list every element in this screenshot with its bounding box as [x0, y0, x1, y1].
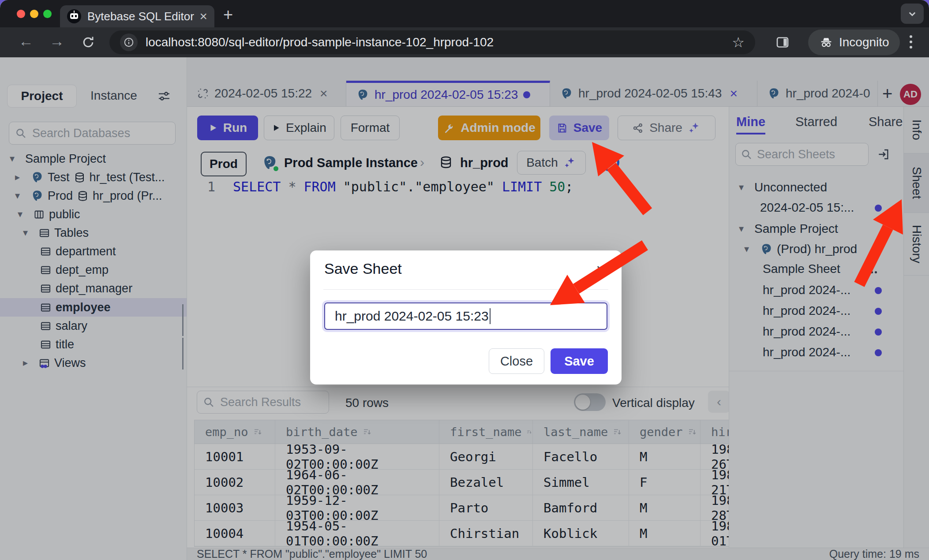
dialog-divider — [323, 289, 608, 290]
incognito-label: Incognito — [839, 35, 889, 49]
text-cursor — [490, 308, 491, 324]
browser-tab-title: Bytebase SQL Editor — [87, 10, 199, 23]
tab-search-chevron-button[interactable] — [901, 4, 924, 24]
sheet-name-input[interactable]: hr_prod 2024-02-05 15:23 — [324, 302, 607, 330]
app-window: Bytebase SQL Editor × + ← → localhost:80… — [0, 0, 929, 560]
window-zoom-button[interactable] — [43, 10, 52, 18]
window-minimize-button[interactable] — [30, 10, 38, 18]
forward-button[interactable]: → — [49, 33, 64, 50]
dialog-close-button[interactable]: Close — [489, 348, 544, 374]
reload-button[interactable] — [80, 34, 96, 50]
browser-toolbar: ← → localhost:8080/sql-editor/prod-sampl… — [0, 27, 929, 57]
dialog-title: Save Sheet — [324, 260, 402, 277]
side-panel-icon[interactable] — [775, 34, 790, 50]
browser-tabstrip: Bytebase SQL Editor × + — [0, 0, 929, 27]
new-tab-button[interactable]: + — [223, 5, 233, 24]
dialog-save-button[interactable]: Save — [551, 348, 608, 374]
tab-close-icon[interactable]: × — [199, 9, 207, 24]
browser-tab[interactable]: Bytebase SQL Editor × — [60, 5, 214, 27]
incognito-icon — [819, 35, 834, 50]
browser-menu-button[interactable] — [910, 35, 912, 51]
url-bar[interactable]: localhost:8080/sql-editor/prod-sample-in… — [109, 30, 755, 54]
site-info-icon[interactable] — [120, 34, 138, 51]
save-sheet-dialog: Save Sheet × hr_prod 2024-02-05 15:23 Cl… — [310, 250, 622, 385]
back-button[interactable]: ← — [19, 33, 34, 50]
window-close-button[interactable] — [17, 10, 25, 18]
url-text: localhost:8080/sql-editor/prod-sample-in… — [146, 35, 732, 49]
chevron-down-icon — [906, 7, 919, 20]
incognito-badge: Incognito — [808, 30, 900, 55]
bytebase-favicon-icon — [67, 9, 81, 23]
dialog-close-icon[interactable]: × — [596, 261, 606, 279]
bookmark-star-icon[interactable]: ☆ — [732, 34, 745, 51]
